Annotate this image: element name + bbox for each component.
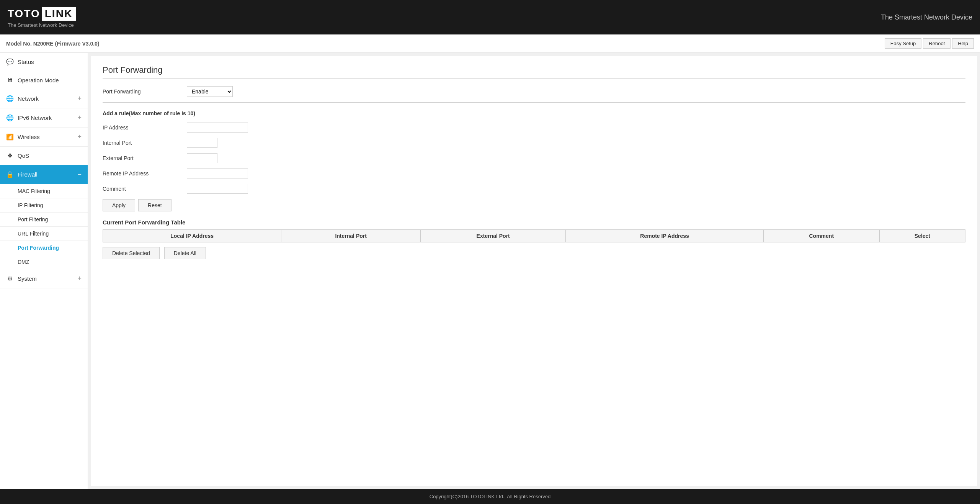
sidebar-item-label-system: System — [18, 275, 37, 282]
logo-toto: TOTO — [8, 8, 40, 20]
sidebar-sub-item-port-forwarding[interactable]: Port Forwarding — [0, 241, 88, 255]
col-local-ip: Local IP Address — [103, 230, 281, 242]
subheader: Model No. N200RE (Firmware V3.0.0) Easy … — [0, 34, 980, 53]
title-divider — [103, 78, 965, 79]
subheader-buttons: Easy Setup Reboot Help — [885, 38, 974, 49]
operation-mode-icon: 🖥 — [6, 77, 14, 83]
help-button[interactable]: Help — [952, 38, 974, 49]
easy-setup-button[interactable]: Easy Setup — [885, 38, 922, 49]
ip-address-label: IP Address — [103, 124, 187, 131]
sidebar-item-operation-mode[interactable]: 🖥 Operation Mode — [0, 71, 88, 89]
port-forwarding-select[interactable]: Enable Disable — [187, 86, 233, 97]
footer-copyright: Copyright(C)2016 TOTOLINK Ltd., All Righ… — [430, 494, 550, 499]
sidebar-item-wireless[interactable]: 📶 Wireless + — [0, 128, 88, 147]
remote-ip-input[interactable] — [187, 169, 248, 178]
sidebar-item-ipv6-network[interactable]: 🌐 IPv6 Network + — [0, 108, 88, 128]
network-icon: 🌐 — [6, 95, 14, 102]
sidebar-sub-item-dmz[interactable]: DMZ — [0, 255, 88, 269]
reset-button[interactable]: Reset — [138, 199, 172, 211]
action-buttons: Apply Reset — [103, 199, 965, 211]
sidebar-sub-item-url-filtering[interactable]: URL Filtering — [0, 227, 88, 241]
internal-port-row: Internal Port — [103, 138, 965, 148]
external-port-row: External Port — [103, 153, 965, 163]
ipv6-expand-icon: + — [77, 114, 82, 122]
sidebar-item-qos[interactable]: ❖ QoS — [0, 147, 88, 165]
sidebar-item-label-network: Network — [18, 95, 39, 102]
sidebar-item-system[interactable]: ⚙ System + — [0, 269, 88, 288]
col-remote-ip: Remote IP Address — [566, 230, 763, 242]
sidebar-item-label-ipv6-network: IPv6 Network — [18, 115, 52, 121]
ip-address-row: IP Address — [103, 123, 965, 133]
sidebar: 💬 Status 🖥 Operation Mode 🌐 Network + 🌐 … — [0, 53, 88, 489]
model-info: Model No. N200RE (Firmware V3.0.0) — [6, 41, 100, 47]
sidebar-sub-item-port-filtering[interactable]: Port Filtering — [0, 213, 88, 227]
ipv6-network-icon: 🌐 — [6, 114, 14, 121]
internal-port-input[interactable] — [187, 138, 217, 148]
table-buttons: Delete Selected Delete All — [103, 247, 965, 259]
comment-label: Comment — [103, 186, 187, 192]
sidebar-item-status[interactable]: 💬 Status — [0, 53, 88, 71]
header-right-text: The Smartest Network Device — [881, 13, 972, 21]
col-external-port: External Port — [420, 230, 565, 242]
sidebar-item-firewall[interactable]: 🔒 Firewall − — [0, 165, 88, 184]
col-select: Select — [879, 230, 965, 242]
system-expand-icon: + — [77, 275, 82, 283]
reboot-button[interactable]: Reboot — [923, 38, 951, 49]
firewall-submenu: MAC Filtering IP Filtering Port Filterin… — [0, 184, 88, 269]
status-icon: 💬 — [6, 58, 14, 65]
add-rule-label: Add a rule(Max number of rule is 10) — [103, 110, 965, 116]
page-title: Port Forwarding — [103, 65, 965, 75]
apply-button[interactable]: Apply — [103, 199, 135, 211]
content-area: Port Forwarding Port Forwarding Enable D… — [91, 56, 977, 486]
main-layout: 💬 Status 🖥 Operation Mode 🌐 Network + 🌐 … — [0, 53, 980, 489]
delete-selected-button[interactable]: Delete Selected — [103, 247, 160, 259]
port-forwarding-table: Local IP Address Internal Port External … — [103, 229, 965, 242]
qos-icon: ❖ — [6, 152, 14, 159]
external-port-input[interactable] — [187, 153, 217, 163]
firewall-icon: 🔒 — [6, 171, 14, 178]
sidebar-item-label-firewall: Firewall — [18, 171, 38, 178]
sidebar-item-label-wireless: Wireless — [18, 134, 40, 140]
footer: Copyright(C)2016 TOTOLINK Ltd., All Righ… — [0, 489, 980, 504]
header: TOTO LINK The Smartest Network Device Th… — [0, 0, 980, 34]
sidebar-item-network[interactable]: 🌐 Network + — [0, 89, 88, 108]
col-internal-port: Internal Port — [281, 230, 421, 242]
sidebar-item-label-status: Status — [18, 59, 34, 65]
wireless-expand-icon: + — [77, 133, 82, 141]
ip-address-input[interactable] — [187, 123, 248, 133]
internal-port-label: Internal Port — [103, 140, 187, 146]
logo-tagline: The Smartest Network Device — [8, 22, 74, 28]
sidebar-sub-item-ip-filtering[interactable]: IP Filtering — [0, 198, 88, 213]
sidebar-item-label-operation-mode: Operation Mode — [18, 77, 59, 83]
port-forwarding-enable-row: Port Forwarding Enable Disable — [103, 86, 965, 97]
external-port-label: External Port — [103, 155, 187, 161]
network-expand-icon: + — [77, 95, 82, 103]
comment-row: Comment — [103, 184, 965, 194]
delete-all-button[interactable]: Delete All — [164, 247, 206, 259]
col-comment: Comment — [763, 230, 879, 242]
remote-ip-row: Remote IP Address — [103, 169, 965, 178]
remote-ip-label: Remote IP Address — [103, 170, 187, 177]
comment-input[interactable] — [187, 184, 248, 194]
system-icon: ⚙ — [6, 275, 14, 282]
logo-area: TOTO LINK The Smartest Network Device — [8, 7, 76, 28]
firewall-expand-icon: − — [77, 170, 82, 178]
logo-box: TOTO LINK — [8, 7, 76, 21]
sidebar-item-label-qos: QoS — [18, 152, 29, 159]
port-forwarding-label: Port Forwarding — [103, 88, 187, 95]
sidebar-sub-item-mac-filtering[interactable]: MAC Filtering — [0, 184, 88, 198]
wireless-icon: 📶 — [6, 133, 14, 141]
table-title: Current Port Forwarding Table — [103, 219, 965, 226]
logo-link: LINK — [42, 7, 76, 21]
section-divider — [103, 102, 965, 103]
